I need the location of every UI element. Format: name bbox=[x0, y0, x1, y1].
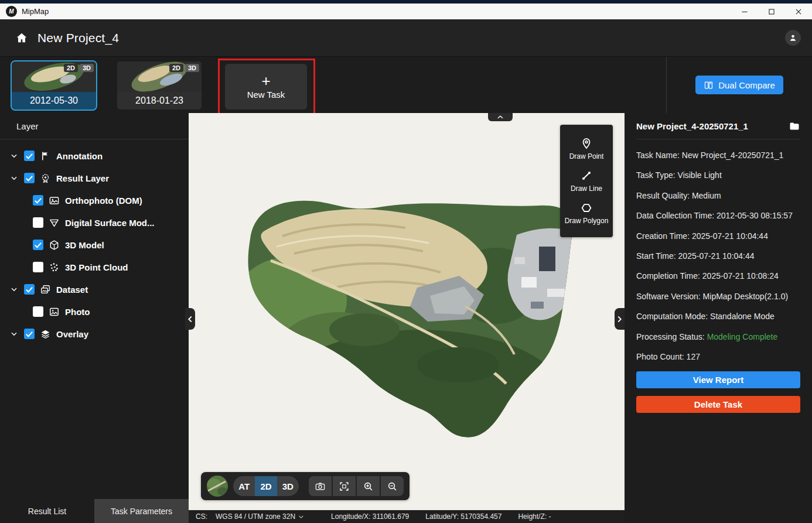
tree-item-annotation[interactable]: Annotation bbox=[0, 145, 189, 167]
tab-result-list[interactable]: Result List bbox=[0, 499, 94, 523]
tree-item-label: 3D Model bbox=[65, 240, 104, 250]
data-collection-time-field: Data Collection Time: 2012-05-30 08:15:5… bbox=[636, 210, 800, 221]
person-icon bbox=[789, 33, 797, 42]
chevron-down-icon[interactable] bbox=[9, 285, 19, 294]
badge-3d[interactable]: 3D bbox=[80, 64, 94, 72]
checkbox[interactable] bbox=[24, 329, 35, 339]
view-mode-3d[interactable]: 3D bbox=[277, 476, 299, 496]
zoom-out-button[interactable] bbox=[381, 476, 404, 496]
processing-status-field: Processing Status: Modeling Complete bbox=[636, 331, 800, 343]
tree-item-label: Overlay bbox=[56, 329, 88, 339]
point-cloud-icon bbox=[49, 262, 60, 273]
camera-icon bbox=[315, 481, 326, 492]
tree-item-dataset[interactable]: Dataset bbox=[0, 278, 189, 300]
new-task-button[interactable]: + New Task bbox=[225, 64, 307, 110]
draw-polygon-button[interactable]: Draw Polygon bbox=[565, 201, 609, 225]
badge-3d[interactable]: 3D bbox=[185, 64, 199, 72]
checkbox[interactable] bbox=[33, 240, 43, 250]
draw-point-button[interactable]: Draw Point bbox=[569, 137, 604, 160]
flag-icon bbox=[40, 151, 51, 162]
collapse-right-panel-button[interactable] bbox=[615, 308, 625, 330]
delete-task-button[interactable]: Delete Task bbox=[636, 396, 800, 413]
page-title: New Project_4 bbox=[37, 31, 119, 45]
app-header: New Project_4 bbox=[0, 19, 812, 56]
badge-2d[interactable]: 2D bbox=[64, 64, 78, 72]
longitude-readout: Longitude/X: 311061.679 bbox=[331, 512, 409, 521]
collapse-left-panel-button[interactable] bbox=[185, 308, 195, 330]
user-avatar[interactable] bbox=[785, 30, 801, 46]
chevron-down-icon[interactable] bbox=[9, 173, 19, 183]
draw-tools-panel: Draw Point Draw Line Draw Polygon bbox=[560, 125, 613, 237]
height-readout: Height/Z: - bbox=[518, 512, 551, 521]
checkbox[interactable] bbox=[33, 306, 43, 317]
home-button[interactable] bbox=[15, 32, 28, 45]
creation-time-field: Creation Time: 2025-07-21 10:04:44 bbox=[636, 231, 800, 242]
folder-icon[interactable] bbox=[789, 120, 800, 132]
minimize-button[interactable] bbox=[731, 4, 758, 19]
tree-item-result-layer[interactable]: Result Layer bbox=[0, 167, 189, 189]
draw-polygon-label: Draw Polygon bbox=[565, 217, 609, 225]
task-card-2018[interactable]: 2D 3D 2018-01-23 bbox=[117, 61, 202, 110]
tree-item-3d-model[interactable]: 3D Model bbox=[0, 234, 189, 256]
new-task-highlight: + New Task bbox=[218, 59, 315, 115]
task-date: 2012-05-30 bbox=[12, 92, 96, 110]
chevron-down-icon bbox=[298, 515, 304, 519]
chevron-right-icon bbox=[617, 316, 622, 323]
task-parameters-panel: New Project_4-20250721_1 Task Name: New … bbox=[625, 113, 812, 523]
processing-status-value: Modeling Complete bbox=[707, 332, 778, 341]
map-viewport[interactable]: Draw Point Draw Line Draw Polygon AT 2D … bbox=[189, 113, 625, 510]
task-date: 2018-01-23 bbox=[117, 92, 202, 110]
draw-line-button[interactable]: Draw Line bbox=[571, 169, 602, 193]
layers-icon bbox=[40, 329, 51, 340]
photo-icon bbox=[49, 306, 60, 317]
fit-view-button[interactable] bbox=[333, 476, 356, 496]
tab-task-parameters[interactable]: Task Parameters bbox=[94, 499, 189, 523]
layer-panel-title: Layer bbox=[0, 113, 189, 139]
latitude-readout: Latitude/Y: 5170354.457 bbox=[425, 512, 501, 521]
tree-item-label: Annotation bbox=[56, 151, 103, 161]
chevron-left-icon bbox=[187, 316, 193, 323]
tree-item-dsm[interactable]: Digital Surface Mod... bbox=[0, 211, 189, 234]
tree-item-label: Orthophoto (DOM) bbox=[65, 196, 142, 206]
checkbox[interactable] bbox=[33, 217, 43, 228]
task-card-2012[interactable]: 2D 3D 2012-05-30 bbox=[12, 61, 96, 110]
tree-item-photo[interactable]: Photo bbox=[0, 300, 189, 323]
screenshot-button[interactable] bbox=[309, 476, 332, 496]
triangle-icon bbox=[49, 217, 60, 228]
dual-compare-label: Dual Compare bbox=[718, 80, 775, 90]
photos-icon bbox=[40, 284, 51, 295]
close-button[interactable] bbox=[785, 4, 812, 19]
badge-2d[interactable]: 2D bbox=[169, 64, 183, 72]
collapse-top-panel-button[interactable] bbox=[488, 113, 513, 121]
checkbox[interactable] bbox=[24, 151, 35, 161]
basemap-thumbnail[interactable] bbox=[207, 476, 228, 497]
view-mode-2d[interactable]: 2D bbox=[255, 476, 277, 496]
chevron-down-icon[interactable] bbox=[9, 151, 19, 160]
zoom-in-button[interactable] bbox=[357, 476, 380, 496]
tree-item-orthophoto[interactable]: Orthophoto (DOM) bbox=[0, 189, 189, 211]
map-pin-icon bbox=[580, 137, 593, 150]
badge-icon bbox=[40, 173, 51, 184]
line-icon bbox=[580, 169, 593, 182]
draw-point-label: Draw Point bbox=[569, 152, 604, 160]
chevron-down-icon[interactable] bbox=[9, 329, 19, 339]
checkbox[interactable] bbox=[33, 262, 43, 272]
checkbox[interactable] bbox=[24, 173, 35, 183]
maximize-button[interactable] bbox=[758, 4, 785, 19]
close-icon bbox=[794, 8, 803, 16]
dual-compare-button[interactable]: Dual Compare bbox=[695, 76, 783, 94]
view-mode-at[interactable]: AT bbox=[233, 476, 255, 496]
view-report-button[interactable]: View Report bbox=[636, 371, 800, 388]
checkbox[interactable] bbox=[24, 284, 35, 295]
sidebar-bottom-tabs: Result List Task Parameters bbox=[0, 499, 189, 523]
processing-status-label: Processing Status: bbox=[636, 332, 707, 341]
window-titlebar: M MipMap bbox=[0, 4, 812, 19]
map-icon-buttons bbox=[309, 476, 404, 496]
checkbox[interactable] bbox=[33, 195, 43, 206]
cs-value: WGS 84 / UTM zone 32N bbox=[216, 512, 295, 521]
cs-selector[interactable]: WGS 84 / UTM zone 32N bbox=[216, 512, 304, 521]
zoom-out-icon bbox=[387, 481, 398, 492]
tree-item-label: 3D Point Cloud bbox=[65, 262, 128, 272]
tree-item-3d-point-cloud[interactable]: 3D Point Cloud bbox=[0, 256, 189, 278]
tree-item-overlay[interactable]: Overlay bbox=[0, 323, 189, 345]
